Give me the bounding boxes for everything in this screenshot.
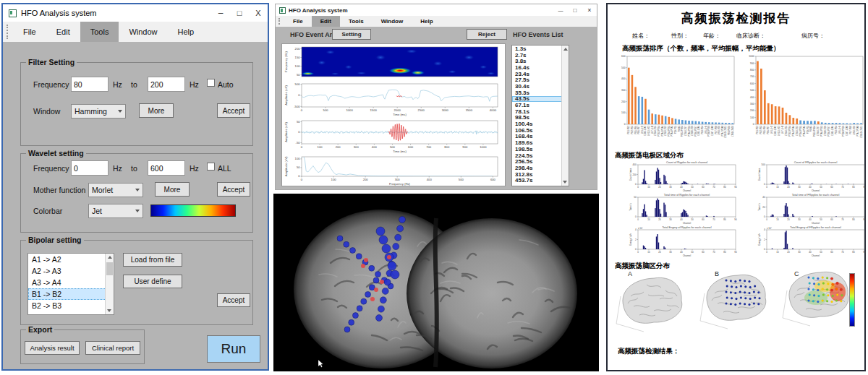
hfo-event-item[interactable]: 27.5s [512, 77, 563, 83]
close-button[interactable]: X [249, 4, 268, 22]
svg-text:100: 100 [621, 111, 626, 114]
menu-item-window[interactable]: Window [119, 22, 167, 42]
svg-text:LTB6-LTB7: LTB6-LTB7 [684, 126, 687, 136]
hfo-event-item[interactable]: 30.4s [512, 83, 563, 90]
patient-field-label: 病历号： [801, 32, 825, 40]
scroll-down-icon[interactable] [563, 181, 567, 184]
menu-item-edit[interactable]: Edit [312, 16, 340, 27]
title-bar[interactable]: HFO Analysis system – □ X [3, 4, 268, 22]
report-title: 高频振荡检测报告 [608, 10, 864, 27]
scrollbar[interactable] [105, 254, 114, 314]
hfo-event-item[interactable]: 78.1s [512, 108, 563, 115]
svg-text:PB7-PB8: PB7-PB8 [849, 126, 852, 134]
svg-text:900: 900 [462, 145, 468, 149]
window-select[interactable]: Hamming [71, 104, 126, 118]
menu-drag-handle[interactable] [7, 25, 10, 39]
load-from-file-button[interactable]: Load from file [123, 253, 182, 267]
wavelet-accept-button[interactable]: Accept [217, 182, 250, 197]
svg-text:P4-M5: P4-M5 [678, 126, 681, 132]
svg-text:70: 70 [712, 218, 715, 221]
hfo-event-item[interactable]: 23.4s [512, 71, 563, 77]
setting-button[interactable]: Setting [332, 29, 371, 40]
menu-item-help[interactable]: Help [168, 22, 205, 42]
svg-text:2500: 2500 [418, 108, 425, 112]
hfo-event-item[interactable]: 453.7s [512, 177, 563, 184]
clinical-report-button[interactable]: Clinical report [85, 341, 140, 355]
menu-drag-handle[interactable] [278, 18, 282, 25]
bipolar-channel-item[interactable]: B1 -> B2 [28, 288, 108, 300]
scroll-up-icon[interactable] [563, 48, 568, 51]
menu-item-edit[interactable]: Edit [46, 22, 80, 42]
hfo-event-item[interactable]: 2.7s [512, 52, 563, 59]
svg-text:10: 10 [647, 218, 650, 221]
menu-item-tools[interactable]: Tools [340, 16, 373, 27]
hfo-event-item[interactable]: 312.8s [512, 171, 563, 178]
svg-text:0: 0 [635, 183, 637, 186]
bipolar-channel-item[interactable]: A3 -> A4 [28, 277, 108, 288]
hfo-event-item[interactable]: 106.5s [512, 127, 563, 134]
bipolar-channel-item[interactable]: A1 -> A2 [28, 254, 108, 265]
svg-text:500: 500 [323, 108, 329, 112]
user-define-button[interactable]: User define [123, 275, 182, 288]
menu-item-file[interactable]: File [13, 22, 46, 42]
hfo-event-item[interactable]: 198.5s [512, 146, 563, 152]
hfo-event-item[interactable]: 35.3s [512, 90, 563, 96]
brain-3d-view[interactable] [273, 194, 599, 371]
filter-freq-from-input[interactable]: 80 [71, 77, 109, 92]
scrollbar[interactable] [561, 46, 569, 186]
filter-freq-to-input[interactable]: 200 [148, 77, 185, 92]
menu-item-tools[interactable]: Tools [80, 22, 119, 42]
close-button[interactable]: × [582, 4, 597, 16]
bipolar-channel-list[interactable]: A1 -> A2A2 -> A3A3 -> A4B1 -> B2B2 -> B3 [27, 253, 114, 315]
svg-text:PB7-PB8: PB7-PB8 [715, 126, 718, 134]
hfo-event-item[interactable]: 1.3s [512, 46, 563, 52]
jet-colorbar-vertical [849, 273, 855, 327]
hfo-event-item[interactable]: 16.4s [512, 64, 563, 71]
hfo-event-item[interactable]: 298.4s [512, 165, 563, 171]
hfo-event-item[interactable]: 100.4s [512, 121, 563, 127]
maximize-button[interactable]: □ [568, 4, 582, 16]
hfo-event-item[interactable]: 168.4s [512, 134, 563, 140]
maximize-button[interactable]: □ [230, 4, 249, 22]
bipolar-channel-item[interactable]: A2 -> A3 [28, 265, 108, 277]
hfo-event-item[interactable]: 3.8s [512, 58, 563, 64]
menu-item-window[interactable]: Window [373, 16, 412, 27]
scroll-down-icon[interactable] [107, 309, 111, 312]
svg-text:LTA3-LTA2: LTA3-LTA2 [774, 126, 777, 136]
hfo-event-item[interactable]: 256.5s [512, 158, 563, 165]
svg-text:90: 90 [734, 186, 737, 189]
minimize-button[interactable]: – [211, 4, 230, 22]
auto-checkbox[interactable] [207, 79, 215, 87]
window-title: HFO Analysis system [21, 9, 97, 17]
hfo-event-item[interactable]: 67.1s [512, 102, 563, 108]
all-checkbox[interactable] [207, 163, 215, 171]
wavelet-freq-from-input[interactable]: 0 [71, 160, 109, 176]
hfo-event-item[interactable]: 224.5s [512, 152, 563, 159]
hfo-event-item[interactable]: 98.5s [512, 115, 563, 121]
svg-text:Time (ms): Time (ms) [393, 113, 407, 116]
minimize-button[interactable]: — [553, 4, 568, 16]
menu-item-file[interactable]: File [284, 16, 312, 27]
svg-text:90: 90 [734, 251, 737, 254]
wavelet-more-button[interactable]: More [155, 182, 190, 197]
run-button[interactable]: Run [207, 335, 260, 363]
svg-text:400: 400 [427, 178, 433, 181]
scroll-thumb[interactable] [106, 262, 113, 275]
hfo-events-list[interactable]: 1.3s2.7s3.8s16.4s23.4s27.5s30.4s35.3s43.… [511, 45, 569, 186]
reject-button[interactable]: Reject [467, 29, 507, 40]
title-bar[interactable]: HFO Analysis system — □ × [276, 4, 597, 16]
hfo-event-item[interactable]: 189.6s [512, 139, 563, 146]
scroll-up-icon[interactable] [108, 256, 112, 259]
wavelet-freq-to-input[interactable]: 600 [148, 160, 185, 176]
svg-text:PB2-PB3: PB2-PB3 [631, 126, 634, 134]
colorbar-select[interactable]: Jet [88, 204, 143, 218]
analysis-result-button[interactable]: Analysis result [25, 341, 80, 355]
svg-text:200: 200 [336, 145, 341, 149]
bipolar-accept-button[interactable]: Accept [217, 293, 250, 307]
menu-item-help[interactable]: Help [412, 16, 441, 27]
bipolar-channel-item[interactable]: B2 -> B3 [28, 300, 108, 311]
filter-more-button[interactable]: More [139, 103, 174, 118]
filter-accept-button[interactable]: Accept [217, 103, 250, 118]
mother-function-select[interactable]: Morlet [88, 183, 143, 197]
hfo-event-item[interactable]: 43.5s [512, 96, 563, 103]
